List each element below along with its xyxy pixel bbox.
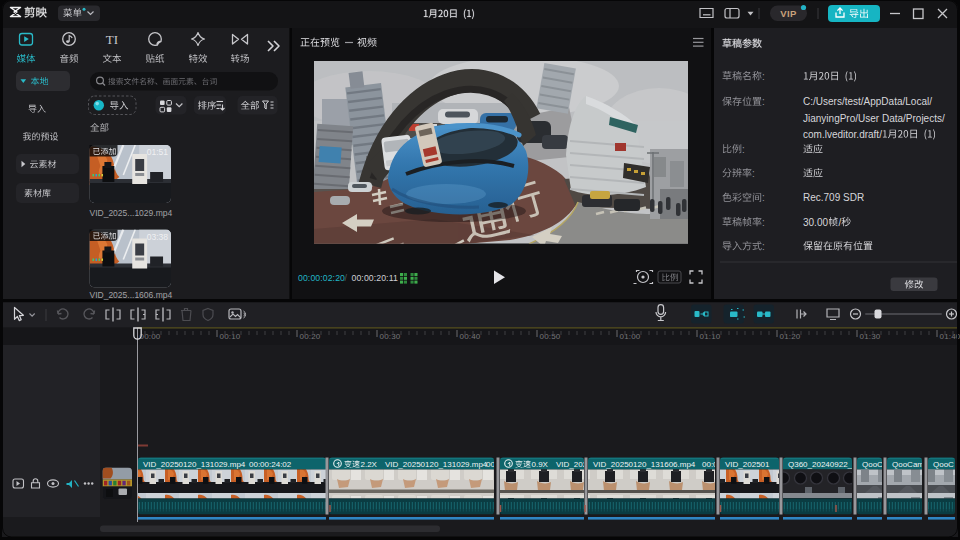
svg-text:01:51: 01:51	[147, 147, 169, 157]
svg-text::: :	[762, 192, 765, 203]
svg-text:30.00: 30.00	[803, 217, 828, 228]
svg-text::: :	[762, 71, 765, 82]
svg-text:VID_2025...1606.mp4: VID_2025...1606.mp4	[90, 290, 173, 300]
svg-text:VID_20250120_131606.mp4: VID_20250120_131606.mp4	[593, 460, 696, 469]
svg-text::: :	[762, 96, 765, 107]
svg-text:00:00:24:02: 00:00:24:02	[249, 460, 292, 469]
svg-text:TI: TI	[106, 32, 118, 47]
svg-text:VID_20250120_131029.mp4: VID_20250120_131029.mp4	[143, 460, 246, 469]
svg-text:00:40: 00:40	[460, 332, 481, 341]
svg-text:01:30: 01:30	[860, 332, 881, 341]
svg-text:VIP: VIP	[780, 8, 797, 19]
svg-text:00:50: 00:50	[540, 332, 561, 341]
svg-text:0.9X: 0.9X	[532, 460, 549, 469]
svg-text::: :	[762, 241, 765, 252]
svg-text:03:38: 03:38	[147, 232, 169, 242]
svg-text:Rec.709 SDR: Rec.709 SDR	[803, 192, 864, 203]
svg-text::: :	[742, 144, 745, 155]
svg-text:VID_20250120_131029.mp4: VID_20250120_131029.mp4	[385, 460, 488, 469]
svg-text:/: /	[838, 217, 841, 228]
svg-text:com.lveditor.draft/: com.lveditor.draft/	[803, 129, 882, 140]
svg-text:00:00: 00:00	[140, 332, 161, 341]
svg-text:00:10: 00:10	[220, 332, 241, 341]
svg-text:00:30: 00:30	[380, 332, 401, 341]
svg-text:01:20: 01:20	[780, 332, 801, 341]
svg-text:01:40: 01:40	[940, 332, 960, 341]
svg-text:Q360_20240922_12: Q360_20240922_12	[788, 460, 862, 469]
svg-text:VID_202501: VID_202501	[725, 460, 770, 469]
svg-text:00:20: 00:20	[300, 332, 321, 341]
svg-text:2.2X: 2.2X	[361, 460, 378, 469]
svg-text:01:10: 01:10	[700, 332, 721, 341]
svg-text:01:00: 01:00	[620, 332, 641, 341]
svg-text:00:00:02:20: 00:00:02:20	[298, 273, 345, 283]
svg-text:00:00:20:11: 00:00:20:11	[352, 273, 398, 283]
svg-text:QooC: QooC	[933, 460, 954, 469]
svg-text::: :	[752, 168, 755, 179]
svg-text:VID_2025...1029.mp4: VID_2025...1029.mp4	[90, 208, 173, 218]
svg-text:JianyingPro/User Data/Projects: JianyingPro/User Data/Projects/	[803, 113, 945, 124]
svg-text::: :	[762, 217, 765, 228]
svg-text:C:/Users/test/AppData/Local/: C:/Users/test/AppData/Local/	[803, 96, 932, 107]
